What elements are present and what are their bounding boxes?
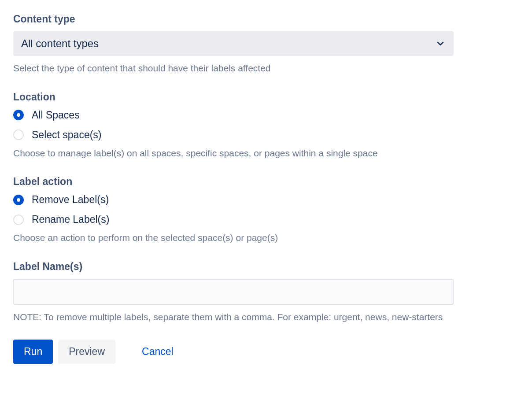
label-action-radio-rename[interactable]: Rename Label(s): [13, 214, 454, 225]
location-radio-group: All Spaces Select space(s): [13, 109, 454, 141]
location-radio-label: Select space(s): [32, 129, 102, 141]
label-action-radio-group: Remove Label(s) Rename Label(s): [13, 194, 454, 225]
content-type-selected-value: All content types: [21, 37, 99, 50]
content-type-helper: Select the type of content that should h…: [13, 61, 454, 75]
label-action-label: Label action: [13, 176, 454, 188]
label-action-radio-label: Remove Label(s): [32, 194, 109, 206]
preview-button[interactable]: Preview: [58, 340, 115, 364]
label-names-input[interactable]: [13, 279, 454, 305]
content-type-label: Content type: [13, 13, 454, 25]
label-names-helper: NOTE: To remove multiple labels, separat…: [13, 310, 454, 324]
button-row: Run Preview Cancel: [13, 340, 454, 364]
radio-unselected-icon: [13, 214, 24, 225]
label-action-radio-remove[interactable]: Remove Label(s): [13, 194, 454, 206]
radio-selected-icon: [13, 195, 24, 205]
label-action-helper: Choose an action to perform on the selec…: [13, 231, 454, 245]
cancel-button[interactable]: Cancel: [131, 340, 184, 364]
label-names-field: Label Name(s) NOTE: To remove multiple l…: [13, 261, 454, 324]
content-type-select[interactable]: All content types: [13, 31, 454, 56]
label-action-radio-label: Rename Label(s): [32, 214, 109, 225]
location-radio-all-spaces[interactable]: All Spaces: [13, 109, 454, 121]
label-action-field: Label action Remove Label(s) Rename Labe…: [13, 176, 454, 245]
radio-unselected-icon: [13, 129, 24, 140]
location-helper: Choose to manage label(s) on all spaces,…: [13, 146, 454, 160]
location-radio-select-spaces[interactable]: Select space(s): [13, 129, 454, 141]
run-button[interactable]: Run: [13, 340, 53, 364]
chevron-down-icon: [435, 38, 446, 49]
content-type-field: Content type All content types Select th…: [13, 13, 454, 75]
label-names-label: Label Name(s): [13, 261, 454, 273]
location-radio-label: All Spaces: [32, 109, 80, 121]
location-label: Location: [13, 91, 454, 103]
radio-selected-icon: [13, 110, 24, 120]
location-field: Location All Spaces Select space(s) Choo…: [13, 91, 454, 160]
